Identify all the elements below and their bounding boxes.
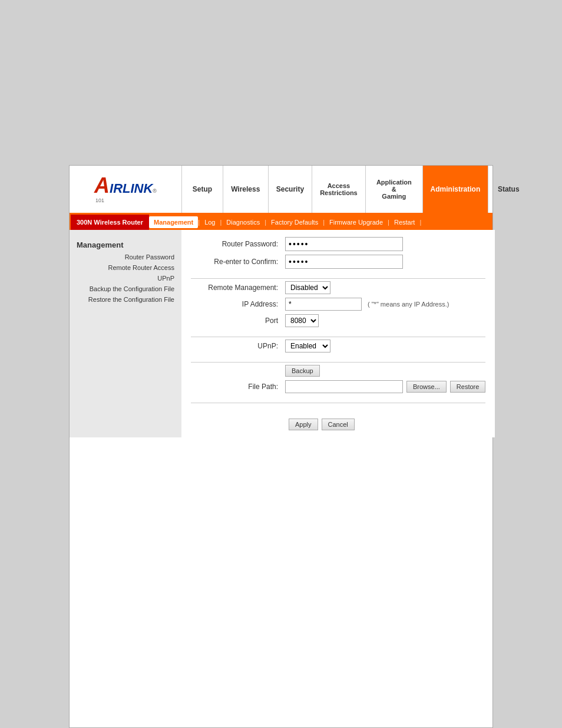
nav-wireless[interactable]: Wireless [223,166,268,213]
logo-a: A [94,175,110,196]
nav-status[interactable]: Status [488,166,529,213]
sep1: | [198,219,200,226]
sidebar-upnp: UPnP [70,273,181,284]
router-password-control [285,237,485,251]
file-path-label: File Path: [191,383,285,391]
restore-control: Browse... Restore [285,380,485,393]
content-area: Management Router Password Remote Router… [70,230,492,437]
logo-101: 101 [94,197,104,203]
upnp-section: UPnP: Enabled Disabled [191,340,485,363]
reenter-password-row: Re-enter to Confirm: [191,255,485,269]
sub-navigation-bar: 300N Wireless Router Management | Log | … [70,215,492,230]
subnav-restart[interactable]: Restart [389,216,419,228]
remote-management-select[interactable]: Disabled Enabled [285,281,330,294]
backup-restore-section: Backup File Path: Browse... Restore [191,365,485,403]
left-sidebar: Management Router Password Remote Router… [70,230,181,437]
backup-button[interactable]: Backup [285,365,320,377]
nav-setup[interactable]: Setup [181,166,223,213]
sep6: | [419,219,421,226]
upnp-label: UPnP: [191,342,285,350]
restore-row: File Path: Browse... Restore [191,380,485,393]
port-label: Port [191,317,285,325]
sidebar-restore: Restore the Configuration File [70,294,181,305]
router-model-label: 300N Wireless Router [71,215,149,230]
nav-administration[interactable]: Administration [422,166,488,213]
apply-button[interactable]: Apply [289,419,318,430]
logo-irlink: IRLINK [110,181,153,196]
router-password-row: Router Password: [191,237,485,251]
upnp-control: Enabled Disabled [285,340,485,353]
backup-row: Backup [191,365,485,377]
sep5: | [388,219,389,226]
subnav-log[interactable]: Log [200,216,220,228]
upnp-row: UPnP: Enabled Disabled [191,340,485,353]
subnav-diagnostics[interactable]: Diagnostics [222,216,265,228]
file-path-input[interactable] [285,380,403,393]
ip-address-control: ( "*" means any IP Address.) [285,298,485,311]
subnav-firmware-upgrade[interactable]: Firmware Upgrade [325,216,388,228]
nav-access-restrictions[interactable]: AccessRestrictions [312,166,365,213]
ip-address-input[interactable] [285,298,362,311]
remote-management-section: Remote Management: Disabled Enabled IP A… [191,281,485,337]
nav-security[interactable]: Security [268,166,312,213]
router-password-label: Router Password: [191,240,285,248]
ip-address-row: IP Address: ( "*" means any IP Address.) [191,298,485,311]
sidebar-title: Management [70,236,181,252]
browse-button[interactable]: Browse... [406,381,447,393]
cancel-button[interactable]: Cancel [322,419,355,430]
sidebar-backup: Backup the Configuration File [70,284,181,294]
remote-management-label: Remote Management: [191,284,285,292]
ip-address-label: IP Address: [191,300,285,308]
sidebar-remote-router-access: Remote Router Access [70,262,181,273]
router-password-input[interactable] [285,237,403,251]
sep4: | [323,219,325,226]
ip-address-hint: ( "*" means any IP Address.) [368,301,449,308]
reenter-password-control [285,255,485,269]
sub-nav-items: Management | Log | Diagnostics | Factory… [149,216,491,228]
sidebar-router-password: Router Password [70,252,181,262]
subnav-management[interactable]: Management [149,216,198,228]
backup-control: Backup [285,365,485,377]
nav-application-gaming[interactable]: Application &Gaming [365,166,422,213]
logo-registered: ® [153,188,157,194]
top-navigation: Setup Wireless Security AccessRestrictio… [181,166,529,213]
port-select[interactable]: 8080 8081 8082 [285,314,319,327]
logo-area: A IRLINK ® 101 [70,166,181,213]
port-control: 8080 8081 8082 [285,314,485,327]
reenter-password-input[interactable] [285,255,403,269]
sep2: | [220,219,222,226]
sep3: | [265,219,266,226]
remote-management-row: Remote Management: Disabled Enabled [191,281,485,294]
main-content: Router Password: Re-enter to Confirm: [181,230,495,437]
subnav-factory-defaults[interactable]: Factory Defaults [266,216,323,228]
upnp-select[interactable]: Enabled Disabled [285,340,330,353]
bottom-buttons: Apply Cancel [191,413,485,430]
reenter-label: Re-enter to Confirm: [191,258,285,266]
port-row: Port 8080 8081 8082 [191,314,485,327]
restore-button[interactable]: Restore [450,381,486,393]
router-password-section: Router Password: Re-enter to Confirm: [191,237,485,279]
remote-management-control: Disabled Enabled [285,281,485,294]
